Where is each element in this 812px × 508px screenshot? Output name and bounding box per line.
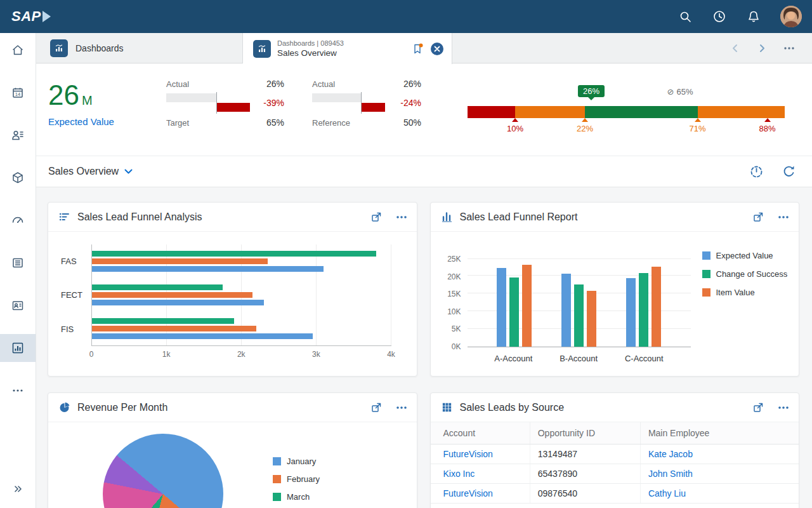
bar <box>92 251 376 257</box>
axis-tick-label: 10K <box>447 307 461 316</box>
section-title: Sales Overview <box>48 166 119 177</box>
bullet-axis <box>361 92 362 114</box>
bar-group <box>561 259 596 347</box>
home-icon <box>11 43 25 57</box>
kpi-value: 26M <box>48 81 114 109</box>
vbar-chart-icon <box>441 211 453 223</box>
user-avatar[interactable] <box>780 6 802 27</box>
dashboards-icon <box>11 341 25 355</box>
legend-item: January <box>273 457 320 466</box>
prev-tab-icon[interactable] <box>730 43 741 54</box>
card-header: Revenue Per Month <box>48 393 417 422</box>
employee-link[interactable]: Cathy Liu <box>648 488 686 498</box>
pin-tab-icon[interactable] <box>411 43 424 55</box>
svg-text:14: 14 <box>15 91 20 97</box>
sap-logo[interactable]: SAP <box>11 8 51 25</box>
bullet-threshold-bar <box>166 93 216 102</box>
sidebar-item-products[interactable] <box>0 164 36 192</box>
chevron-down-icon[interactable] <box>124 169 133 174</box>
legend-swatch <box>273 493 281 501</box>
legend-swatch <box>702 288 710 297</box>
tab-overflow-button[interactable] <box>783 42 796 55</box>
bar <box>561 274 571 347</box>
funnel-report-ylabels: 25K20K15K10K5K0K <box>437 255 461 351</box>
bullet-bottom-value: 65% <box>266 117 284 128</box>
sidebar-item-dashboards[interactable] <box>0 334 36 362</box>
account-link[interactable]: FutureVision <box>443 449 493 459</box>
bar-group <box>497 259 532 347</box>
close-tab-button[interactable] <box>430 42 444 56</box>
column-header[interactable]: Opportunity ID <box>530 422 640 444</box>
leads-table-head-row: AccountOpportunity IDMain Employee <box>431 422 799 444</box>
gauge-segment <box>585 106 698 118</box>
account-link[interactable]: Kixo Inc <box>443 469 475 479</box>
sidebar-item-contacts[interactable] <box>0 291 36 319</box>
next-tab-icon[interactable] <box>756 43 768 54</box>
open-in-new-window-icon[interactable] <box>370 211 383 223</box>
auto-refresh-icon[interactable] <box>750 165 763 178</box>
recent-activity-icon[interactable] <box>712 9 727 24</box>
card-overflow-button[interactable] <box>777 401 790 414</box>
sidebar-item-backlog[interactable] <box>0 249 36 277</box>
leads-table: AccountOpportunity IDMain Employee Futur… <box>431 422 799 504</box>
tab-sales-overview[interactable]: Dashboards | 089453 Sales Overview <box>243 33 452 64</box>
open-in-new-window-icon[interactable] <box>370 401 383 413</box>
sidebar-item-home[interactable] <box>0 36 36 64</box>
open-in-new-window-icon[interactable] <box>752 211 764 223</box>
card-overflow-button[interactable] <box>395 211 408 224</box>
search-icon[interactable] <box>678 9 693 24</box>
bar-group <box>626 259 661 347</box>
sidebar-item-more[interactable] <box>0 377 36 404</box>
legend-swatch <box>273 457 281 465</box>
employee-link[interactable]: John Smith <box>648 469 693 479</box>
grid-table-icon <box>441 401 453 413</box>
category-label: B-Account <box>560 354 598 363</box>
bullet-bottom-value: 50% <box>403 117 421 128</box>
shell-header: SAP <box>0 0 812 33</box>
card-actions <box>752 401 790 414</box>
card-leads: Sales Leads by Source AccountOpportunity… <box>430 392 800 508</box>
bar <box>92 300 264 305</box>
sidebar-item-performance[interactable] <box>0 206 36 234</box>
tab-title: Sales Overview <box>277 48 405 58</box>
tab-dashboards-label: Dashboards <box>75 43 124 53</box>
card-title: Sales Leads by Source <box>460 402 753 413</box>
gauge-ticks: 10%22%71%88% <box>468 124 785 137</box>
refresh-icon[interactable] <box>782 165 796 178</box>
gauge-marker <box>582 118 588 122</box>
bar-group <box>92 251 391 272</box>
target-marker-icon: ⊘ <box>667 87 674 97</box>
bar <box>639 273 648 347</box>
legend-label: January <box>287 457 316 466</box>
gauge-marker <box>512 118 518 122</box>
bullet-axis <box>216 92 217 114</box>
legend-swatch <box>273 475 281 483</box>
employee-link[interactable]: Kate Jacob <box>648 449 693 459</box>
bar <box>497 268 506 347</box>
kpi-unit: M <box>82 93 93 107</box>
axis-tick-label: 0 <box>89 350 94 359</box>
gauge-chart: 26% ⊘65% 10%22%71%88% <box>468 85 785 137</box>
legend-label: Expected Value <box>716 251 773 260</box>
bullet-top-label: Actual <box>312 79 335 89</box>
kpi-expected-value[interactable]: 26M Expected Value <box>48 81 114 127</box>
notifications-icon[interactable] <box>746 9 761 24</box>
account-link[interactable]: FutureVision <box>443 488 493 498</box>
gauge-target: ⊘65% <box>667 87 693 97</box>
overflow-icon <box>11 384 25 398</box>
category-label: FECT <box>61 290 91 300</box>
column-header[interactable]: Main Employee <box>640 422 799 444</box>
sidebar-item-calendar[interactable]: 14 <box>0 79 36 107</box>
sidebar-expand-button[interactable] <box>4 475 32 503</box>
bar <box>92 326 256 331</box>
open-in-new-window-icon[interactable] <box>752 401 764 413</box>
card-overflow-button[interactable] <box>777 211 790 224</box>
card-overflow-button[interactable] <box>395 401 408 414</box>
gauge-marker <box>764 118 771 122</box>
column-header[interactable]: Account <box>431 422 530 444</box>
opportunity-id-cell: 65437890 <box>530 464 640 484</box>
card-grid: Sales Lead Funnel Analysis FASFECTFIS 01… <box>48 202 799 508</box>
sidebar-item-sales-rep[interactable] <box>0 121 36 149</box>
gauge-tick-label: 10% <box>507 124 523 133</box>
tab-dashboards[interactable]: Dashboards <box>36 33 243 63</box>
